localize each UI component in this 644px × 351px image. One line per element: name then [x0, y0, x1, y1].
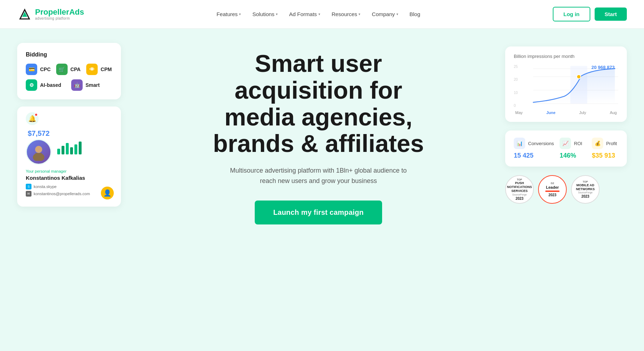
chart-label-may: May — [515, 110, 523, 115]
manager-user-icon: 👤 — [101, 187, 114, 199]
bid-item-cpc: 💳 CPC — [26, 64, 52, 75]
nav-blog-link[interactable]: Blog — [410, 11, 420, 17]
hero-title: Smart user acquisition for media agencie… — [213, 50, 424, 157]
smart-icon: 🤖 — [71, 79, 83, 91]
manager-name: Konstantinos Kafkalias — [26, 175, 112, 181]
skype-icon: S — [26, 184, 31, 189]
stat-roi: 📈 ROI 146% — [560, 138, 586, 159]
avatar-image — [30, 143, 48, 161]
bar-4 — [70, 147, 73, 154]
bar-3 — [66, 143, 69, 154]
cpm-icon: 👁 — [86, 64, 98, 75]
nav-item-solutions[interactable]: Solutions ▾ — [252, 11, 278, 17]
manager-card: 🔔 $7,572 — [17, 107, 121, 207]
bidding-card: Bidding 💳 CPC 🛒 CPA 👁 CPM ⚙ AI-ba — [17, 43, 121, 99]
chevron-down-icon: ▾ — [396, 12, 398, 16]
chevron-down-icon: ▾ — [276, 12, 278, 16]
nav-solutions-link[interactable]: Solutions ▾ — [252, 11, 278, 17]
cpa-icon: 🛒 — [56, 64, 68, 75]
stats-grid: 📊 Conversions 15 425 📈 ROI 146% 💰 Pro — [514, 138, 618, 159]
center-section: Smart user acquisition for media agencie… — [132, 43, 505, 232]
chart-area: 20 968 873 25 20 10 0 — [514, 65, 618, 108]
chart-labels: May June July Aug — [514, 110, 618, 115]
bid-row2: ⚙ AI-based 🤖 Smart — [26, 79, 112, 91]
chevron-down-icon: ▾ — [358, 12, 360, 16]
launch-campaign-button[interactable]: Launch my first campaign — [255, 201, 382, 224]
nav-item-adformats[interactable]: Ad Formats ▾ — [289, 11, 320, 17]
svg-point-4 — [35, 146, 42, 153]
badge-mobile-ad-networks: TOP MOBILE AD NETWORKS SourceForge 2023 — [571, 175, 600, 204]
chevron-down-icon: ▾ — [239, 12, 241, 16]
email-icon: ✉ — [26, 191, 31, 197]
profit-icon: 💰 — [592, 138, 603, 149]
stat-profit: 💰 Profit $35 913 — [592, 138, 618, 159]
logo-text: PropellerAds advertising platform — [35, 8, 84, 20]
conversions-label: Conversions — [528, 141, 554, 146]
badge-g2-leader: G2 Leader 2023 — [538, 175, 567, 204]
nav-item-company[interactable]: Company ▾ — [372, 11, 398, 17]
bid-grid: 💳 CPC 🛒 CPA 👁 CPM — [26, 64, 112, 75]
nav-item-features[interactable]: Features ▾ — [216, 11, 241, 17]
awards-badges: TOP PUSH NOTIFICATIONS SERVICES SourceFo… — [505, 175, 627, 204]
chart-title: Billion impressions per month — [514, 54, 618, 59]
nav-actions: Log in Start — [553, 7, 627, 21]
manager-main: $7,572 — [26, 129, 112, 165]
nav-item-resources[interactable]: Resources ▾ — [332, 11, 361, 17]
manager-label: Your personal manager — [26, 169, 112, 173]
roi-label: ROI — [574, 141, 582, 146]
bid-item-aibased: ⚙ AI-based — [26, 79, 67, 91]
chart-label-aug: Aug — [610, 110, 617, 115]
aibased-icon: ⚙ — [26, 79, 37, 91]
stat-roi-header: 📈 ROI — [560, 138, 586, 149]
svg-point-10 — [577, 75, 581, 79]
nav-features-link[interactable]: Features ▾ — [216, 11, 241, 17]
chevron-down-icon: ▾ — [318, 12, 320, 16]
main-content: Bidding 💳 CPC 🛒 CPA 👁 CPM ⚙ AI-ba — [0, 29, 644, 336]
nav-company-link[interactable]: Company ▾ — [372, 11, 398, 17]
chart-value-badge: 20 968 873 — [591, 65, 615, 70]
manager-amount: $7,572 — [28, 129, 49, 138]
stats-card: 📊 Conversions 15 425 📈 ROI 146% 💰 Pro — [505, 130, 627, 167]
left-section: Bidding 💳 CPC 🛒 CPA 👁 CPM ⚙ AI-ba — [17, 43, 132, 207]
manager-avatar — [26, 139, 52, 165]
logo-brand: Propeller — [35, 8, 69, 16]
logo-subtitle: advertising platform — [35, 16, 84, 20]
start-button[interactable]: Start — [595, 8, 627, 21]
conversions-icon: 📊 — [514, 138, 525, 149]
conversions-value: 15 425 — [514, 152, 554, 159]
logo[interactable]: PropellerAds advertising platform — [17, 7, 84, 22]
notification-bell[interactable]: 🔔 — [26, 112, 39, 125]
manager-email-contact: ✉ konstantinos@propellerads.com — [26, 191, 112, 197]
chart-label-july: July — [579, 110, 586, 115]
login-button[interactable]: Log in — [553, 7, 590, 21]
stat-conversions-header: 📊 Conversions — [514, 138, 554, 149]
bar-5 — [74, 144, 77, 154]
chart-svg — [514, 65, 618, 108]
bar-1 — [57, 149, 60, 154]
nav-resources-link[interactable]: Resources ▾ — [332, 11, 361, 17]
manager-skype: S konsta.skype — [26, 184, 112, 189]
nav-item-blog[interactable]: Blog — [410, 11, 420, 17]
hero-subtitle: Multisource advertising platform with 1B… — [229, 165, 408, 186]
revenue-chart-bars — [57, 140, 82, 154]
bid-item-smart: 🤖 Smart — [71, 79, 112, 91]
bar-2 — [62, 146, 64, 154]
chart-label-june: June — [546, 110, 556, 115]
navbar: PropellerAds advertising platform Featur… — [0, 0, 644, 29]
bid-item-cpm: 👁 CPM — [86, 64, 112, 75]
nav-links: Features ▾ Solutions ▾ Ad Formats ▾ Reso… — [216, 11, 420, 17]
notification-dot — [34, 113, 38, 117]
logo-icon — [17, 7, 32, 22]
profit-label: Profit — [606, 141, 617, 146]
bidding-title: Bidding — [26, 51, 112, 58]
stat-conversions: 📊 Conversions 15 425 — [514, 138, 554, 159]
bar-6 — [79, 142, 82, 154]
roi-value: 146% — [560, 152, 586, 159]
logo-brand2: Ads — [69, 8, 84, 16]
badge-push-notifications: TOP PUSH NOTIFICATIONS SERVICES SourceFo… — [505, 175, 534, 204]
stat-profit-header: 💰 Profit — [592, 138, 618, 149]
bid-item-cpa: 🛒 CPA — [56, 64, 82, 75]
nav-adformats-link[interactable]: Ad Formats ▾ — [289, 11, 320, 17]
right-section: Billion impressions per month 20 968 873… — [505, 43, 627, 204]
roi-icon: 📈 — [560, 138, 571, 149]
